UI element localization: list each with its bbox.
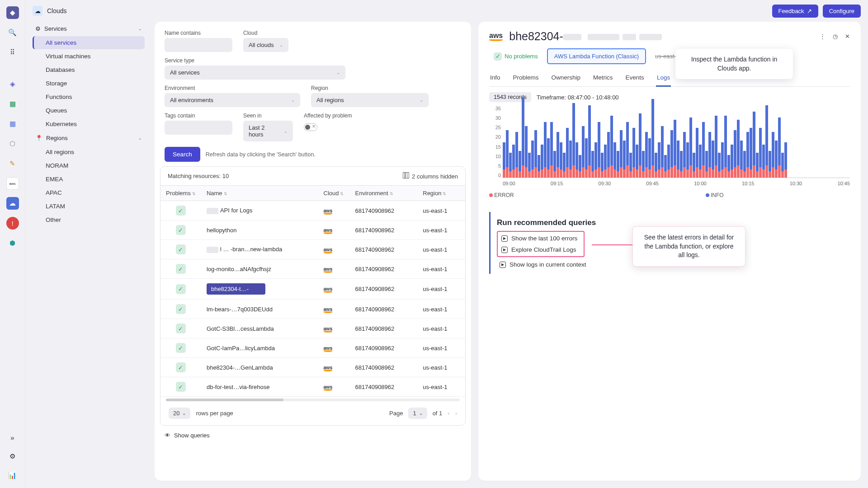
sidebar-item-all-services[interactable]: All services <box>33 36 145 49</box>
seen-in-label: Seen in <box>243 113 293 119</box>
rail-icon-3[interactable]: ▦ <box>6 117 19 130</box>
rec-query-0[interactable]: ▶Show the last 100 errors <box>499 233 580 244</box>
sidebar-group-regions[interactable]: 📍 Regions ⌄ <box>30 131 147 145</box>
expand-rail-icon[interactable]: » <box>6 431 19 444</box>
tags-input[interactable] <box>165 121 232 135</box>
sidebar: ⚙ Services ⌄ All servicesVirtual machine… <box>25 22 147 481</box>
rail-icon-1[interactable]: ◈ <box>6 78 19 90</box>
sidebar-region-emea[interactable]: EMEA <box>33 173 145 186</box>
sidebar-item-virtual-machines[interactable]: Virtual machines <box>33 50 145 63</box>
table-row[interactable]: ✓bhe82304-t…-aws681740908962us-east-1 <box>160 279 465 300</box>
external-link-icon: ↗ <box>807 8 812 14</box>
table-row[interactable]: ✓API for Logsaws681740908962us-east-1 <box>160 201 465 221</box>
play-icon: ▶ <box>500 262 506 268</box>
lambda-classic-tag[interactable]: AWS Lambda Function (Classic) <box>547 48 646 64</box>
tab-events[interactable]: Events <box>625 70 645 86</box>
sidebar-region-other[interactable]: Other <box>33 213 145 226</box>
rows-per-page-label: rows per page <box>196 410 233 417</box>
search-button[interactable]: Search <box>165 147 200 162</box>
tab-info[interactable]: Info <box>489 70 501 86</box>
tab-logs[interactable]: Logs <box>656 70 671 87</box>
sidebar-item-functions[interactable]: Functions <box>33 90 145 103</box>
chevron-down-icon: ⌄ <box>138 26 142 32</box>
left-rail: ◆ 🔍 ⠿ ◈ ▩ ▦ ⬡ ✎ aws ☁ ! ⬢ » ⚙ 📊 <box>0 0 25 488</box>
sidebar-region-noram[interactable]: NORAM <box>33 159 145 172</box>
name-contains-input[interactable] <box>165 38 232 52</box>
affected-toggle[interactable]: ✕ <box>304 123 317 131</box>
tab-ownership[interactable]: Ownership <box>551 70 582 86</box>
affected-label: Affected by problem <box>304 113 352 119</box>
rail-icon-clouds[interactable]: ☁ <box>6 197 19 210</box>
sidebar-item-kubernetes[interactable]: Kubernetes <box>33 117 145 131</box>
rail-settings-icon[interactable]: ⚙ <box>6 450 19 463</box>
next-page-button[interactable]: › <box>455 410 457 417</box>
horizontal-scrollbar[interactable] <box>166 399 460 401</box>
tab-metrics[interactable]: Metrics <box>592 70 614 86</box>
sidebar-region-apac[interactable]: APAC <box>33 186 145 199</box>
more-menu-icon[interactable]: ⋮ <box>820 33 826 40</box>
col-cloud[interactable]: Cloud⇅ <box>318 186 350 201</box>
legend-error: ERROR <box>494 192 514 198</box>
history-icon[interactable]: ◷ <box>833 33 838 40</box>
table-row[interactable]: ✓l … -bran…new-lambdaaws681740908962us-e… <box>160 240 465 259</box>
rail-icon-5[interactable]: ✎ <box>6 157 19 170</box>
col-problems[interactable]: Problems⇅ <box>160 186 201 201</box>
table-row[interactable]: ✓log-monito…aNAfgcfhsjzaws681740908962us… <box>160 259 465 279</box>
page-select[interactable]: 1⌄ <box>408 408 427 419</box>
table-row[interactable]: ✓GotC-IamPa…licyLambdaaws681740908962us-… <box>160 338 465 358</box>
pin-icon: 📍 <box>35 135 42 141</box>
cloud-select[interactable]: All clouds⌄ <box>243 38 288 52</box>
rail-icon-6[interactable]: ⬢ <box>6 237 19 249</box>
sidebar-region-latam[interactable]: LATAM <box>33 200 145 213</box>
table-row[interactable]: ✓lm-bears-…7q003DEUddaws681740908962us-e… <box>160 300 465 319</box>
aws-logo-icon: aws <box>324 365 333 371</box>
per-page-select[interactable]: 20⌄ <box>169 408 190 419</box>
chevron-down-icon: ⌄ <box>138 135 142 141</box>
configure-button[interactable]: Configure <box>823 5 861 18</box>
columns-hidden[interactable]: 2 columns hidden <box>403 172 458 180</box>
col-environment[interactable]: Environment⇅ <box>350 186 418 201</box>
table-row[interactable]: ✓hellopythonaws681740908962us-east-1 <box>160 221 465 240</box>
rail-icon-2[interactable]: ▩ <box>6 98 19 110</box>
no-problems-badge: ✓No problems <box>489 51 542 62</box>
service-type-label: Service type <box>165 57 345 64</box>
col-name[interactable]: Name⇅ <box>201 186 318 201</box>
rail-chart-icon[interactable]: 📊 <box>6 469 19 482</box>
apps-icon[interactable]: ⠿ <box>6 46 19 59</box>
aws-logo-icon: aws <box>324 247 333 253</box>
ok-icon: ✓ <box>176 304 186 314</box>
service-type-select[interactable]: All services⌄ <box>165 66 345 80</box>
sidebar-item-storage[interactable]: Storage <box>33 77 145 90</box>
page-title: Clouds <box>47 7 67 14</box>
seen-in-select[interactable]: Last 2 hours⌄ <box>243 121 293 141</box>
rec-query-1[interactable]: ▶Explore CloudTrail Logs <box>499 244 580 255</box>
play-icon: ▶ <box>501 247 508 253</box>
show-queries-button[interactable]: 👁 Show queries <box>155 426 471 445</box>
col-region[interactable]: Region⇅ <box>417 186 465 201</box>
region-select[interactable]: All regions⌄ <box>311 93 429 107</box>
search-icon[interactable]: 🔍 <box>6 26 19 39</box>
sidebar-item-databases[interactable]: Databases <box>33 63 145 76</box>
table-row[interactable]: ✓bhe82304-…GenLambdaaws681740908962us-ea… <box>160 358 465 377</box>
sidebar-item-queues[interactable]: Queues <box>33 104 145 117</box>
close-icon[interactable]: ✕ <box>845 33 850 40</box>
detail-panel: aws bhe82304- ⋮ ◷ ✕ ✓No problems AWS Lam… <box>478 22 861 481</box>
sidebar-region-all-regions[interactable]: All regions <box>33 145 145 159</box>
ok-icon: ✓ <box>176 362 186 372</box>
environment-select[interactable]: All environments⌄ <box>165 93 300 107</box>
logs-chart[interactable]: 35302520151050 09:0009:1509:3009:4510:00… <box>489 106 850 189</box>
results-panel: Matching resources: 10 2 columns hidden … <box>160 166 466 426</box>
table-row[interactable]: ✓GotC-S3Bl…cessLambdaaws681740908962us-e… <box>160 319 465 338</box>
feedback-button[interactable]: Feedback↗ <box>772 5 818 18</box>
logo-icon[interactable]: ◆ <box>6 6 19 19</box>
tab-problems[interactable]: Problems <box>512 70 540 86</box>
rail-aws-icon[interactable]: aws <box>6 177 19 190</box>
prev-page-button[interactable]: ‹ <box>448 410 449 417</box>
sidebar-group-services[interactable]: ⚙ Services ⌄ <box>30 22 147 36</box>
results-table: Problems⇅Name⇅Cloud⇅Environment⇅Region⇅ … <box>160 185 465 397</box>
rail-icon-4[interactable]: ⬡ <box>6 137 19 150</box>
table-row[interactable]: ✓db-for-test…via-firehoseaws681740908962… <box>160 377 465 397</box>
rail-alert-icon[interactable]: ! <box>6 217 19 230</box>
environment-label: Environment <box>165 85 300 91</box>
clouds-app-icon: ☁ <box>33 6 42 16</box>
